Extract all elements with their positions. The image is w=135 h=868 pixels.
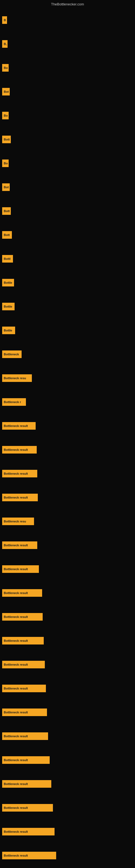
- list-item: Bo: [2, 56, 58, 80]
- list-item: Bottleneck result: [2, 438, 58, 462]
- list-item: Bottleneck r: [2, 390, 58, 414]
- list-item: Bottleneck result: [2, 653, 58, 677]
- label-box: Bottleneck result: [2, 613, 43, 621]
- label-box: Bottleneck: [2, 350, 21, 358]
- list-item: B: [2, 8, 58, 32]
- label-box: Bot: [2, 183, 10, 191]
- list-item: Bott: [2, 127, 58, 151]
- label-box: Bottleneck result: [2, 661, 45, 669]
- list-item: Bottleneck result: [2, 557, 58, 581]
- label-box: Bot: [2, 88, 10, 95]
- list-item: Bottleneck result: [2, 748, 58, 772]
- list-item: Bottleneck result: [2, 724, 58, 748]
- label-box: Bottleneck result: [2, 494, 38, 501]
- label-box: Bottleneck result: [2, 733, 48, 740]
- label-box: Bottleneck result: [2, 589, 42, 597]
- label-box: Bottleneck result: [2, 470, 37, 477]
- list-item: Bottleneck result: [2, 772, 58, 796]
- list-item: Bottleneck result: [2, 414, 58, 438]
- label-box: Bottl: [2, 255, 13, 262]
- label-box: Bottleneck result: [2, 756, 50, 764]
- list-item: Bottleneck: [2, 342, 58, 366]
- list-item: Bot: [2, 80, 58, 104]
- label-box: Bottleneck result: [2, 637, 44, 645]
- list-item: Bo: [2, 104, 58, 127]
- list-item: Bottleneck result: [2, 820, 58, 844]
- label-box: Bottleneck result: [2, 828, 54, 835]
- label-box: Bottleneck result: [2, 804, 53, 812]
- list-item: Bottleneck result: [2, 796, 58, 820]
- list-item: Bottleneck result: [2, 677, 58, 701]
- label-box: Bott: [2, 207, 11, 215]
- label-box: Bo: [2, 64, 9, 72]
- list-item: Bottleneck result: [2, 629, 58, 653]
- label-box: Bottle: [2, 303, 14, 310]
- label-box: Bott: [2, 135, 11, 143]
- label-box: Bo: [2, 112, 9, 119]
- label-box: B,: [2, 40, 8, 48]
- list-item: Bo: [2, 151, 58, 175]
- label-box: Bo: [2, 159, 9, 167]
- list-item: Bottl: [2, 247, 58, 271]
- label-box: B: [2, 16, 7, 24]
- list-item: Bottle: [2, 294, 58, 318]
- label-box: Bottleneck resu: [2, 374, 32, 382]
- list-item: Bottleneck result: [2, 581, 58, 605]
- items-container: BB,BoBotBoBottBoBotBottBottBottlBottleBo…: [2, 8, 58, 868]
- list-item: Bottleneck result: [2, 533, 58, 557]
- label-box: Bottleneck r: [2, 398, 26, 406]
- label-box: Bottle: [2, 327, 15, 334]
- label-box: Bottleneck result: [2, 852, 56, 859]
- list-item: Bottleneck result: [2, 844, 58, 867]
- list-item: Bot: [2, 175, 58, 199]
- list-item: Bottleneck resu: [2, 366, 58, 390]
- list-item: B,: [2, 32, 58, 56]
- label-box: Bottleneck result: [2, 446, 37, 454]
- label-box: Bottle: [2, 279, 14, 286]
- list-item: Bottleneck result: [2, 462, 58, 486]
- site-title: TheBottlenecker.com: [51, 2, 84, 6]
- label-box: Bottleneck resu: [2, 518, 34, 525]
- label-box: Bottleneck result: [2, 541, 37, 549]
- label-box: Bottleneck result: [2, 685, 46, 692]
- list-item: Bottleneck resu: [2, 509, 58, 533]
- list-item: Bott: [2, 199, 58, 223]
- list-item: Bottle: [2, 271, 58, 294]
- label-box: Bottleneck result: [2, 422, 36, 430]
- list-item: Bottleneck result: [2, 486, 58, 509]
- label-box: Bottleneck result: [2, 709, 47, 716]
- list-item: Bott: [2, 223, 58, 247]
- label-box: Bottleneck result: [2, 780, 51, 788]
- label-box: Bott: [2, 231, 12, 239]
- label-box: Bottleneck result: [2, 565, 39, 573]
- list-item: Bottle: [2, 318, 58, 342]
- list-item: Bottleneck result: [2, 701, 58, 724]
- list-item: Bottleneck result: [2, 605, 58, 629]
